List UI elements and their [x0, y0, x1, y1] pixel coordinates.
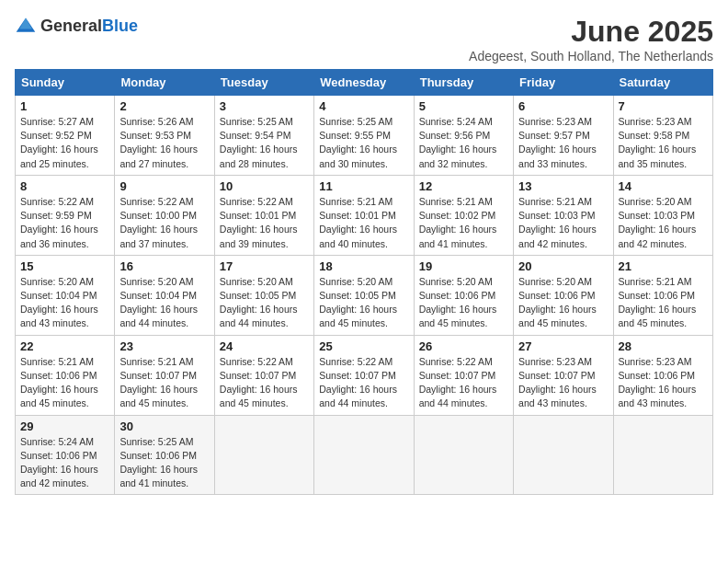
calendar-cell: 11Sunrise: 5:21 AMSunset: 10:01 PMDaylig…	[314, 175, 414, 255]
day-info: Sunrise: 5:22 AMSunset: 10:07 PMDaylight…	[319, 355, 408, 411]
calendar-cell	[613, 415, 712, 495]
day-number: 21	[619, 259, 708, 273]
day-info: Sunrise: 5:25 AMSunset: 10:06 PMDaylight…	[119, 435, 209, 491]
calendar-week-row: 1Sunrise: 5:27 AMSunset: 9:52 PMDaylight…	[16, 96, 713, 176]
svg-marker-1	[19, 17, 32, 29]
calendar-cell: 12Sunrise: 5:21 AMSunset: 10:02 PMDaylig…	[414, 175, 513, 255]
calendar-cell: 25Sunrise: 5:22 AMSunset: 10:07 PMDaylig…	[314, 335, 414, 415]
calendar-cell: 27Sunrise: 5:23 AMSunset: 10:07 PMDaylig…	[514, 335, 613, 415]
logo-text-general: General	[40, 17, 102, 35]
day-info: Sunrise: 5:22 AMSunset: 10:01 PMDaylight…	[220, 195, 309, 251]
day-info: Sunrise: 5:22 AMSunset: 10:07 PMDaylight…	[419, 355, 508, 411]
calendar-table: SundayMondayTuesdayWednesdayThursdayFrid…	[15, 69, 713, 495]
day-number: 18	[319, 259, 408, 273]
day-info: Sunrise: 5:20 AMSunset: 10:06 PMDaylight…	[518, 275, 608, 331]
day-info: Sunrise: 5:22 AMSunset: 10:00 PMDaylight…	[119, 195, 209, 251]
calendar-week-row: 22Sunrise: 5:21 AMSunset: 10:06 PMDaylig…	[16, 335, 713, 415]
day-info: Sunrise: 5:25 AMSunset: 9:54 PMDaylight:…	[220, 115, 309, 171]
day-number: 22	[20, 339, 109, 353]
day-info: Sunrise: 5:24 AMSunset: 10:06 PMDaylight…	[20, 435, 109, 491]
calendar-cell: 26Sunrise: 5:22 AMSunset: 10:07 PMDaylig…	[414, 335, 513, 415]
calendar-cell: 16Sunrise: 5:20 AMSunset: 10:04 PMDaylig…	[115, 255, 214, 335]
day-number: 20	[518, 259, 608, 273]
day-info: Sunrise: 5:21 AMSunset: 10:02 PMDaylight…	[419, 195, 508, 251]
day-number: 12	[419, 179, 508, 193]
day-info: Sunrise: 5:27 AMSunset: 9:52 PMDaylight:…	[20, 115, 109, 171]
day-info: Sunrise: 5:23 AMSunset: 10:06 PMDaylight…	[619, 355, 708, 411]
day-number: 5	[419, 99, 508, 113]
day-info: Sunrise: 5:23 AMSunset: 9:58 PMDaylight:…	[619, 115, 708, 171]
logo-text-blue: Blue	[102, 17, 138, 35]
calendar-cell	[314, 415, 414, 495]
location-subtitle: Adegeest, South Holland, The Netherlands	[469, 49, 713, 63]
calendar-week-row: 15Sunrise: 5:20 AMSunset: 10:04 PMDaylig…	[16, 255, 713, 335]
day-number: 10	[220, 179, 309, 193]
weekday-header: Thursday	[414, 70, 513, 96]
weekday-header: Sunday	[16, 70, 115, 96]
day-info: Sunrise: 5:20 AMSunset: 10:05 PMDaylight…	[220, 275, 309, 331]
calendar-cell: 19Sunrise: 5:20 AMSunset: 10:06 PMDaylig…	[414, 255, 513, 335]
day-number: 25	[319, 339, 408, 353]
weekday-header: Saturday	[613, 70, 712, 96]
day-number: 7	[619, 99, 708, 113]
calendar-cell: 8Sunrise: 5:22 AMSunset: 9:59 PMDaylight…	[16, 175, 115, 255]
day-info: Sunrise: 5:21 AMSunset: 10:01 PMDaylight…	[319, 195, 408, 251]
calendar-cell: 6Sunrise: 5:23 AMSunset: 9:57 PMDaylight…	[514, 96, 613, 176]
calendar-cell: 22Sunrise: 5:21 AMSunset: 10:06 PMDaylig…	[16, 335, 115, 415]
calendar-header-row: SundayMondayTuesdayWednesdayThursdayFrid…	[16, 70, 713, 96]
calendar-cell: 13Sunrise: 5:21 AMSunset: 10:03 PMDaylig…	[514, 175, 613, 255]
day-number: 27	[518, 339, 608, 353]
calendar-cell	[414, 415, 513, 495]
logo-icon	[15, 15, 37, 37]
calendar-cell: 15Sunrise: 5:20 AMSunset: 10:04 PMDaylig…	[16, 255, 115, 335]
day-info: Sunrise: 5:20 AMSunset: 10:03 PMDaylight…	[619, 195, 708, 251]
day-info: Sunrise: 5:22 AMSunset: 10:07 PMDaylight…	[220, 355, 309, 411]
calendar-cell: 5Sunrise: 5:24 AMSunset: 9:56 PMDaylight…	[414, 96, 513, 176]
day-info: Sunrise: 5:25 AMSunset: 9:55 PMDaylight:…	[319, 115, 408, 171]
logo: GeneralBlue	[15, 15, 138, 37]
day-number: 1	[20, 99, 109, 113]
page-header: GeneralBlue June 2025 Adegeest, South Ho…	[15, 15, 713, 63]
day-number: 24	[220, 339, 309, 353]
day-info: Sunrise: 5:21 AMSunset: 10:07 PMDaylight…	[119, 355, 209, 411]
calendar-cell	[514, 415, 613, 495]
calendar-cell: 2Sunrise: 5:26 AMSunset: 9:53 PMDaylight…	[115, 96, 214, 176]
day-number: 8	[20, 179, 109, 193]
calendar-cell: 3Sunrise: 5:25 AMSunset: 9:54 PMDaylight…	[214, 96, 313, 176]
day-number: 9	[119, 179, 209, 193]
day-number: 16	[119, 259, 209, 273]
day-info: Sunrise: 5:21 AMSunset: 10:03 PMDaylight…	[518, 195, 608, 251]
day-number: 15	[20, 259, 109, 273]
day-number: 23	[119, 339, 209, 353]
calendar-cell: 30Sunrise: 5:25 AMSunset: 10:06 PMDaylig…	[115, 415, 214, 495]
day-number: 2	[119, 99, 209, 113]
calendar-week-row: 29Sunrise: 5:24 AMSunset: 10:06 PMDaylig…	[16, 415, 713, 495]
weekday-header: Friday	[514, 70, 613, 96]
calendar-cell: 4Sunrise: 5:25 AMSunset: 9:55 PMDaylight…	[314, 96, 414, 176]
calendar-cell: 28Sunrise: 5:23 AMSunset: 10:06 PMDaylig…	[613, 335, 712, 415]
day-info: Sunrise: 5:23 AMSunset: 10:07 PMDaylight…	[518, 355, 608, 411]
day-number: 11	[319, 179, 408, 193]
title-area: June 2025 Adegeest, South Holland, The N…	[469, 15, 713, 63]
month-title: June 2025	[469, 15, 713, 49]
day-info: Sunrise: 5:20 AMSunset: 10:05 PMDaylight…	[319, 275, 408, 331]
day-info: Sunrise: 5:21 AMSunset: 10:06 PMDaylight…	[20, 355, 109, 411]
calendar-cell: 1Sunrise: 5:27 AMSunset: 9:52 PMDaylight…	[16, 96, 115, 176]
day-number: 17	[220, 259, 309, 273]
day-info: Sunrise: 5:24 AMSunset: 9:56 PMDaylight:…	[419, 115, 508, 171]
calendar-cell: 17Sunrise: 5:20 AMSunset: 10:05 PMDaylig…	[214, 255, 313, 335]
calendar-week-row: 8Sunrise: 5:22 AMSunset: 9:59 PMDaylight…	[16, 175, 713, 255]
calendar-cell	[214, 415, 313, 495]
day-number: 6	[518, 99, 608, 113]
weekday-header: Tuesday	[214, 70, 313, 96]
weekday-header: Monday	[115, 70, 214, 96]
calendar-cell: 21Sunrise: 5:21 AMSunset: 10:06 PMDaylig…	[613, 255, 712, 335]
day-info: Sunrise: 5:26 AMSunset: 9:53 PMDaylight:…	[119, 115, 209, 171]
day-info: Sunrise: 5:23 AMSunset: 9:57 PMDaylight:…	[518, 115, 608, 171]
day-info: Sunrise: 5:20 AMSunset: 10:04 PMDaylight…	[20, 275, 109, 331]
calendar-cell: 18Sunrise: 5:20 AMSunset: 10:05 PMDaylig…	[314, 255, 414, 335]
calendar-cell: 14Sunrise: 5:20 AMSunset: 10:03 PMDaylig…	[613, 175, 712, 255]
day-number: 29	[20, 419, 109, 433]
calendar-cell: 10Sunrise: 5:22 AMSunset: 10:01 PMDaylig…	[214, 175, 313, 255]
calendar-cell: 9Sunrise: 5:22 AMSunset: 10:00 PMDayligh…	[115, 175, 214, 255]
